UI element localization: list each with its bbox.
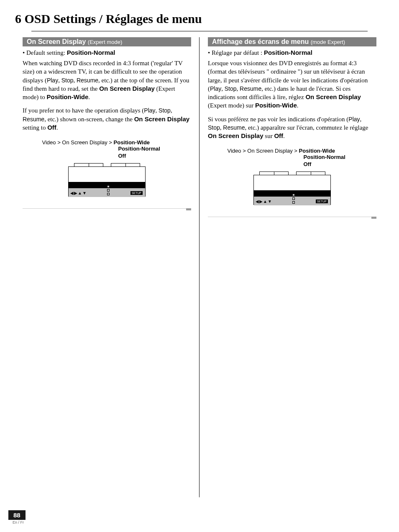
section-end-rule [208,217,376,217]
setup-button-icon: SETUP [316,200,328,203]
section-end-cap [371,217,376,219]
menu-opt3-en: Off [38,153,176,160]
menu-opt1-fr: Position-Wide [299,148,335,154]
section-bar-en: On Screen Display (Expert mode) [23,37,191,46]
section-bar-fr: Affichage des écrans de menu (mode Exper… [208,37,376,46]
menu-opt2-en: Position-Normal [38,146,176,153]
page-footer: 88 En / Fr [8,510,26,524]
default-prefix-fr: • Réglage par défaut : [208,49,264,56]
dpad-arrows-icon: ◀▶▲▼ [70,191,87,195]
osd-illustration-fr: ◀▶▲▼ SETUP [253,171,331,205]
chapter-heading: 6 OSD Settings / Réglages de menu [0,0,399,30]
heading-rule [31,31,368,31]
menu-opt2-fr: Position-Normal [223,154,361,161]
column-french: Affichage des écrans de menu (mode Exper… [200,37,385,219]
page-number: 88 [8,510,26,520]
section-end-cap [186,208,191,210]
section-title-fr: Affichage des écrans de menu [212,38,309,45]
default-setting-en: • Default setting: Position-Normal [23,49,191,56]
section-title-en: On Screen Display [27,38,86,45]
paragraph-2-en: If you prefer not to have the operation … [23,106,191,132]
figure-en: Video > On Screen Display > Position-Wid… [38,139,176,197]
column-english: On Screen Display (Expert mode) • Defaul… [14,37,200,219]
osd-illustration-en: ◀▶▲▼ SETUP [68,163,146,197]
paragraph-2-fr: Si vous préférez ne pas voir les indicat… [208,115,376,141]
paragraph-1-en: When watching DVD discs recorded in 4:3 … [23,59,191,101]
section-mode-en: (Expert mode) [88,39,122,45]
section-end-rule [23,208,191,209]
menu-path-fr: Video > On Screen Display > [228,148,299,154]
menu-path-en: Video > On Screen Display > [42,139,114,146]
section-mode-fr: (mode Expert) [311,39,345,45]
paragraph-1-fr: Lorsque vous visionnez des DVD enregistr… [208,59,376,110]
menu-opt1-en: Position-Wide [114,139,150,146]
footer-lang: En / Fr [8,520,26,524]
figure-fr: Video > On Screen Display > Position-Wid… [223,148,361,205]
dpad-arrows-icon: ◀▶▲▼ [256,199,272,204]
default-prefix-en: • Default setting: [23,49,67,56]
default-value-en: Position-Normal [67,49,115,56]
default-setting-fr: • Réglage par défaut : Position-Normal [208,49,376,56]
setup-button-icon: SETUP [130,191,143,195]
default-value-fr: Position-Normal [264,49,312,56]
menu-opt3-fr: Off [223,161,361,168]
